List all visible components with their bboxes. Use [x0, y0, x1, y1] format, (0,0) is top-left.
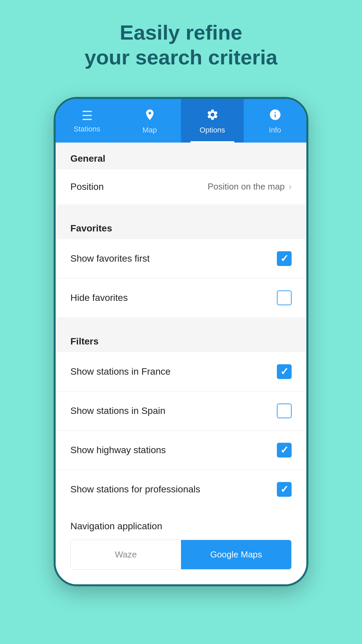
position-value: Position on the map [208, 181, 285, 192]
show-france-item[interactable]: Show stations in France ✓ [56, 352, 306, 391]
show-highway-label: Show highway stations [70, 445, 166, 455]
checkmark-icon: ✓ [280, 254, 289, 264]
tab-stations-label: Stations [74, 125, 101, 133]
show-highway-checkbox[interactable]: ✓ [277, 443, 292, 458]
navigation-app-toggle: Waze Google Maps [70, 540, 292, 570]
stations-icon: ☰ [81, 109, 93, 122]
hide-favorites-checkbox[interactable] [277, 290, 292, 305]
phone-shell: ☰ Stations Map Options [54, 97, 308, 586]
general-card: Position Position on the map › [56, 169, 306, 204]
favorites-card: Show favorites first ✓ Hide favorites [56, 239, 306, 317]
checkmark-france-icon: ✓ [280, 367, 289, 377]
info-icon [269, 108, 282, 123]
show-spain-label: Show stations in Spain [70, 406, 165, 416]
options-icon [206, 108, 219, 123]
checkmark-professionals-icon: ✓ [280, 484, 289, 494]
tab-options[interactable]: Options [181, 99, 244, 143]
tab-map[interactable]: Map [118, 99, 181, 143]
show-france-checkbox[interactable]: ✓ [277, 364, 292, 379]
position-label: Position [70, 181, 104, 192]
tab-stations[interactable]: ☰ Stations [56, 99, 118, 143]
hide-favorites-item[interactable]: Hide favorites [56, 278, 306, 317]
show-favorites-first-item[interactable]: Show favorites first ✓ [56, 239, 306, 278]
position-value-group: Position on the map › [208, 181, 292, 192]
show-favorites-first-checkbox[interactable]: ✓ [277, 251, 292, 266]
section-filters-header: Filters [56, 325, 306, 352]
show-favorites-first-label: Show favorites first [70, 253, 150, 264]
gap-2 [56, 317, 306, 325]
headline-line1: Easily refine [120, 21, 242, 44]
navigation-app-section: Navigation application Waze Google Maps [56, 509, 306, 584]
hide-favorites-label: Hide favorites [70, 292, 128, 303]
show-spain-checkbox[interactable] [277, 404, 292, 418]
show-spain-item[interactable]: Show stations in Spain [56, 391, 306, 431]
show-professionals-label: Show stations for professionals [70, 484, 200, 495]
gap-1 [56, 204, 306, 212]
content-area: General Position Position on the map › F… [56, 143, 306, 584]
tab-info[interactable]: Info [244, 99, 306, 143]
section-general-header: General [56, 143, 306, 169]
position-item[interactable]: Position Position on the map › [56, 169, 306, 204]
filters-card: Show stations in France ✓ Show stations … [56, 352, 306, 509]
show-professionals-checkbox[interactable]: ✓ [277, 482, 292, 497]
waze-option[interactable]: Waze [71, 540, 181, 569]
tab-options-label: Options [200, 126, 225, 135]
chevron-right-icon: › [289, 181, 292, 192]
show-france-label: Show stations in France [70, 366, 171, 377]
show-highway-item[interactable]: Show highway stations ✓ [56, 431, 306, 470]
headline-line2: your search criteria [84, 46, 278, 69]
tab-bar: ☰ Stations Map Options [56, 99, 306, 143]
tab-info-label: Info [269, 126, 281, 135]
show-professionals-item[interactable]: Show stations for professionals ✓ [56, 470, 306, 509]
headline: Easily refine your search criteria [84, 20, 278, 70]
navigation-app-label: Navigation application [70, 521, 292, 532]
section-favorites-header: Favorites [56, 212, 306, 239]
google-maps-option[interactable]: Google Maps [181, 540, 291, 569]
checkmark-highway-icon: ✓ [280, 445, 289, 455]
map-icon [143, 108, 156, 123]
tab-map-label: Map [142, 126, 157, 135]
